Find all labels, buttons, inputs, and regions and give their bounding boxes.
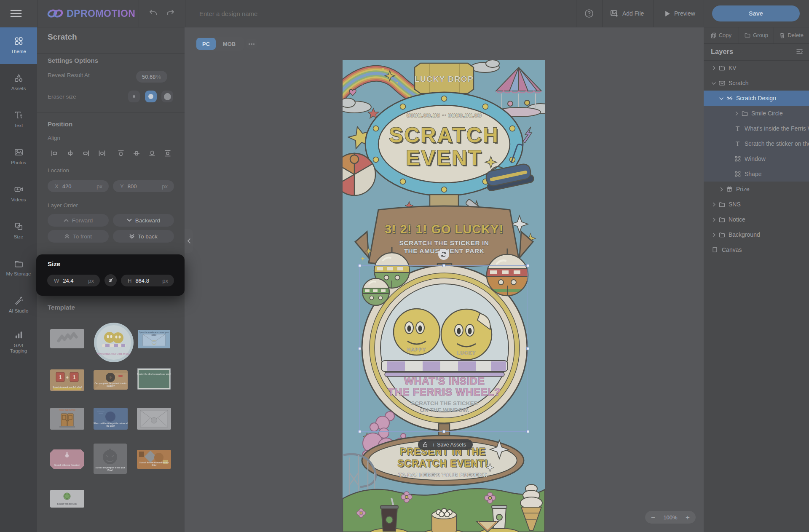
align-middle-vertical-button[interactable]	[131, 148, 142, 158]
unlink-ratio-button[interactable]	[104, 274, 117, 286]
chevron-right-icon[interactable]	[712, 66, 716, 70]
layer-row-kv[interactable]: KV	[704, 60, 809, 75]
event-dates-text: 0000.00.00 ~ 0000.00.00	[407, 112, 482, 119]
template-item-chalkboard[interactable]: Scratch the blind to reveal your prize!	[137, 368, 171, 390]
template-item-envelope-gray[interactable]	[137, 408, 171, 430]
chevron-right-icon[interactable]	[712, 217, 716, 222]
selection-handle-mr[interactable]	[526, 347, 529, 350]
chevron-right-icon[interactable]	[712, 202, 716, 207]
distribute-horizontal-button[interactable]	[97, 148, 107, 158]
sidebar-item-photos[interactable]: Photos	[0, 138, 37, 175]
menu-icon[interactable]	[10, 8, 22, 19]
template-item-oneplusone[interactable]: 1+1Scratch to reveal your 1+1 offer!	[50, 369, 84, 391]
preview-button[interactable]: Preview	[665, 0, 695, 27]
template-item-sticker[interactable]: WHAT'S INSIDE THE FERRIS WHEEL?	[94, 322, 134, 363]
width-input[interactable]: W 24.4 px	[47, 275, 100, 286]
tab-pc[interactable]: PC	[196, 38, 216, 50]
sidebar-item-size[interactable]: Size	[0, 212, 37, 249]
location-x-input[interactable]: X 420 px	[48, 180, 109, 192]
layer-row-scratch[interactable]: Scratch	[704, 75, 809, 91]
undo-icon[interactable]	[148, 8, 158, 19]
align-left-button[interactable]	[49, 148, 59, 158]
template-item-doors[interactable]: OPEN THE DOOR!	[50, 408, 84, 430]
sidebar-item-ai-studio[interactable]: AI Studio	[0, 286, 37, 323]
collapse-panel-button[interactable]	[185, 229, 193, 253]
reveal-result-input[interactable]: 50.68 %	[136, 71, 167, 83]
chevron-right-icon[interactable]	[735, 111, 739, 116]
align-top-button[interactable]	[116, 148, 126, 158]
design-name-input[interactable]	[198, 10, 369, 18]
forward-button[interactable]: Forward	[48, 214, 109, 227]
align-bottom-button[interactable]	[147, 148, 157, 158]
canvas-more-button[interactable]	[246, 39, 257, 49]
template-item-pool[interactable]: What could be hiding at the bottom of th…	[94, 408, 128, 430]
zoom-out-button[interactable]: −	[651, 514, 655, 521]
save-assets-button[interactable]: + Save Assets	[418, 439, 473, 450]
text-icon	[735, 126, 742, 131]
selection-handle-bm[interactable]	[442, 430, 445, 433]
sidebar-item-theme[interactable]: Theme	[0, 27, 37, 64]
template-item-envelope[interactable]: Open the envelope to reveal your prize!	[137, 330, 171, 348]
align-center-horizontal-button[interactable]	[65, 148, 75, 158]
chevron-down-icon[interactable]	[720, 96, 723, 101]
layer-row-shape[interactable]: Shape	[704, 166, 809, 182]
template-item-fingertips[interactable]: Scratch with your fingertips!	[50, 449, 84, 469]
align-right-button[interactable]	[81, 148, 91, 158]
selection-box[interactable]	[359, 265, 528, 432]
sidebar-item-videos[interactable]: Videos	[0, 175, 37, 212]
template-item-pumpkin[interactable]: Scratch the pumpkin to see your Prize!	[94, 444, 127, 474]
template-item-scribble[interactable]	[50, 329, 84, 348]
location-y-input[interactable]: Y 800 px	[113, 180, 174, 192]
delete-button[interactable]: Delete	[774, 27, 809, 43]
eraser-size-large-button[interactable]	[161, 91, 173, 102]
chevron-right-icon[interactable]	[712, 233, 716, 237]
card-icon	[719, 80, 726, 86]
copy-button[interactable]: Copy	[704, 27, 739, 43]
backward-button[interactable]: Backward	[113, 214, 174, 227]
template-item-coin[interactable]: Scratch with the Coin!	[50, 490, 84, 508]
sidebar-item-ga4-tagging[interactable]: GA4 Tagging	[0, 323, 37, 361]
layer-row-prize[interactable]: Prize	[704, 182, 809, 197]
collapse-all-layers-button[interactable]	[796, 48, 803, 55]
selection-handle-br[interactable]	[526, 430, 529, 433]
tab-mob[interactable]: MOB	[216, 41, 243, 47]
lucky-drop-text: LUCKY DROP	[415, 75, 474, 83]
layer-row-background[interactable]: Background	[704, 227, 809, 242]
redo-icon[interactable]	[165, 8, 175, 19]
layer-row-smile-circle[interactable]: Smile Circle	[704, 106, 809, 121]
selection-handle-tl[interactable]	[358, 264, 361, 267]
selection-handle-ml[interactable]	[358, 347, 361, 350]
folder-icon	[719, 232, 726, 238]
selection-handle-tr[interactable]	[526, 264, 529, 267]
add-file-button[interactable]: Add File	[610, 0, 644, 27]
template-item-mat[interactable]: Scratch the mat to reveal hidden Gifts!	[137, 450, 171, 469]
layer-row-canvas[interactable]: Canvas	[704, 242, 809, 257]
eraser-size-small-button[interactable]	[128, 91, 140, 102]
layer-row-scratch-the-sticker-on-the-w[interactable]: Scratch the sticker on the w	[704, 136, 809, 151]
height-input[interactable]: H 864.8 px	[121, 275, 174, 286]
layer-row-notice[interactable]: Notice	[704, 212, 809, 227]
chevron-right-icon[interactable]	[720, 187, 723, 192]
layer-row-scratch-design[interactable]: Scratch Design	[704, 91, 809, 106]
save-button[interactable]: Save	[712, 5, 800, 21]
rotate-handle[interactable]	[438, 249, 449, 260]
distribute-vertical-button[interactable]	[163, 148, 173, 158]
selection-handle-bl[interactable]	[358, 430, 361, 433]
sidebar-item-my-storage[interactable]: My Storage	[0, 249, 37, 286]
eraser-size-medium-button[interactable]	[145, 91, 157, 102]
sidebar-item-text[interactable]: Text	[0, 101, 37, 138]
sidebar-item-label: AI Studio	[5, 308, 32, 314]
sidebar-item-assets[interactable]: Assets	[0, 64, 37, 101]
layer-row-sns[interactable]: SNS	[704, 197, 809, 212]
to-back-button[interactable]: To back	[113, 230, 174, 243]
selection-handle-tm[interactable]	[442, 264, 445, 267]
to-front-button[interactable]: To front	[48, 230, 109, 243]
group-button[interactable]: Group	[739, 27, 774, 43]
layer-row-window[interactable]: Window	[704, 151, 809, 166]
layer-row-what-s-inside-the-ferris-wh[interactable]: What's inside the Ferris Wh	[704, 121, 809, 136]
zoom-in-button[interactable]: +	[686, 514, 690, 521]
template-item-shadow[interactable]: ?Can you guess the product from its shad…	[94, 370, 128, 390]
help-icon[interactable]	[584, 9, 594, 18]
double-chevron-up-icon	[64, 234, 70, 239]
chevron-down-icon[interactable]	[712, 81, 716, 86]
